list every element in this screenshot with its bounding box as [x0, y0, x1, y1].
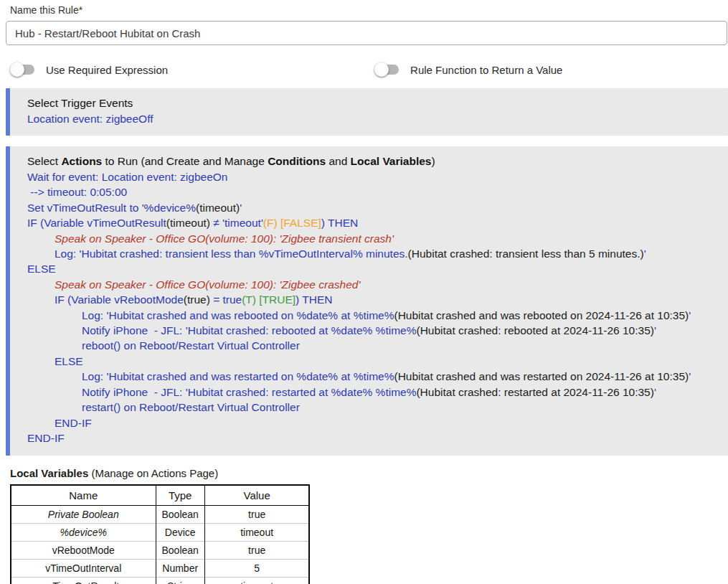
- table-cell-value: true: [204, 506, 309, 524]
- table-row: vRebootModeBooleantrue: [11, 542, 309, 560]
- rule-name-label: Name this Rule*: [10, 4, 728, 16]
- local-variables-heading-rest: (Manage on Actions Page): [88, 467, 218, 479]
- text-segment: (F) [FALSE]: [263, 217, 321, 229]
- text-segment: (Hubitat crashed: transient less than 5 …: [408, 248, 644, 260]
- table-cell-name: vTimeOutResult: [11, 578, 156, 584]
- text-segment: (true): [184, 293, 210, 306]
- text-segment: ': [689, 309, 691, 321]
- actions-list: Wait for event: Location event: zigbeeOn…: [27, 169, 712, 446]
- text-segment: ) THEN: [321, 217, 358, 229]
- action-line[interactable]: Log: 'Hubitat crashed and was rebooted o…: [27, 308, 712, 323]
- required-expression-toggle[interactable]: [10, 62, 36, 77]
- text-segment: restart() on Reboot/Restart Virtual Cont…: [82, 401, 300, 413]
- text-segment: (Hubitat crashed and was rebooted on 202…: [394, 309, 689, 321]
- text-segment: ): [431, 155, 435, 167]
- action-line[interactable]: reboot() on Reboot/Restart Virtual Contr…: [27, 338, 712, 353]
- text-segment: Speak on Speaker - Office GO(volume: 100…: [55, 232, 394, 245]
- action-line[interactable]: Speak on Speaker - Office GO(volume: 100…: [27, 231, 712, 246]
- action-line[interactable]: Log: 'Hubitat crashed and was restarted …: [27, 369, 712, 384]
- table-cell-name: %device%: [11, 524, 156, 542]
- text-segment: ELSE: [55, 355, 83, 367]
- table-cell-value: 5: [204, 560, 309, 578]
- action-line[interactable]: Set vTimeOutResult to '%device%(timeout)…: [27, 200, 712, 215]
- text-segment: Log: 'Hubitat crashed and was rebooted o…: [82, 309, 394, 321]
- action-line[interactable]: Notify iPhone - JFL: 'Hubitat crashed: r…: [27, 385, 712, 400]
- table-row: Private BooleanBooleantrue: [11, 506, 309, 524]
- text-segment: Notify iPhone - JFL: 'Hubitat crashed: r…: [82, 324, 416, 336]
- text-segment: Wait for event: Location event: zigbeeOn: [27, 171, 227, 183]
- table-cell-value: timeout: [204, 578, 309, 584]
- text-segment: Conditions: [268, 155, 326, 167]
- action-line[interactable]: ELSE: [27, 354, 712, 369]
- text-segment: and: [326, 155, 350, 167]
- action-line[interactable]: END-IF: [27, 415, 712, 430]
- actions-title: Select Actions to Run (and Create and Ma…: [27, 154, 712, 169]
- action-line[interactable]: Speak on Speaker - Office GO(volume: 100…: [27, 277, 712, 292]
- text-segment: ': [654, 386, 656, 398]
- table-cell-type: Boolean: [156, 506, 204, 524]
- table-cell-name: vTimeOutInterval: [11, 560, 156, 578]
- text-segment: ≠ 'timeout': [210, 217, 263, 229]
- text-segment: Speak on Speaker - Office GO(volume: 100…: [55, 278, 360, 291]
- text-segment: Log: 'Hubitat crashed and was restarted …: [82, 370, 394, 382]
- text-segment: (T) [TRUE]: [242, 293, 296, 306]
- table-row: vTimeOutIntervalNumber5: [11, 560, 309, 578]
- table-cell-name: Private Boolean: [11, 506, 156, 524]
- local-variables-table: NameTypeValue Private BooleanBooleantrue…: [10, 484, 310, 584]
- rule-function-label: Rule Function to Return a Value: [410, 64, 562, 76]
- actions-panel: Select Actions to Run (and Create and Ma…: [6, 146, 728, 456]
- rule-name-input[interactable]: [6, 21, 727, 45]
- text-segment: (timeout): [196, 202, 240, 214]
- action-line[interactable]: IF (Variable vTimeOutResult(timeout) ≠ '…: [27, 215, 712, 230]
- table-cell-name: vRebootMode: [11, 542, 156, 560]
- action-line[interactable]: Wait for event: Location event: zigbeeOn: [27, 169, 712, 184]
- rule-machine-page: Name this Rule* Use Required Expression …: [0, 0, 728, 584]
- text-segment: Local Variables: [351, 155, 432, 167]
- action-line[interactable]: ELSE: [27, 261, 712, 276]
- text-segment: (Hubitat crashed: rebooted at 2024-11-26…: [416, 324, 653, 336]
- text-segment: ) THEN: [296, 293, 332, 306]
- table-row: %device%Devicetimeout: [11, 524, 309, 542]
- text-segment: IF (Variable vTimeOutResult: [27, 217, 166, 229]
- required-expression-label: Use Required Expression: [46, 64, 168, 76]
- text-segment: END-IF: [55, 417, 92, 429]
- table-cell-value: timeout: [204, 524, 309, 542]
- table-row: vTimeOutResultStringtimeout: [11, 578, 309, 584]
- text-segment: Set vTimeOutResult to '%device%: [27, 202, 196, 214]
- text-segment: reboot() on Reboot/Restart Virtual Contr…: [82, 339, 300, 352]
- trigger-events-title: Select Trigger Events: [27, 95, 712, 111]
- action-line[interactable]: --> timeout: 0:05:00: [27, 184, 712, 199]
- text-segment: Log: 'Hubitat crashed: transient less th…: [55, 248, 408, 260]
- rule-function-toggle[interactable]: [374, 62, 400, 77]
- text-segment: ': [654, 324, 656, 336]
- text-segment: Select: [27, 155, 61, 167]
- text-segment: ': [689, 370, 691, 382]
- action-line[interactable]: IF (Variable vRebootMode(true) = true(T)…: [27, 292, 712, 307]
- table-header-row: NameTypeValue: [11, 485, 309, 506]
- action-line[interactable]: Log: 'Hubitat crashed: transient less th…: [27, 246, 712, 261]
- action-line[interactable]: restart() on Reboot/Restart Virtual Cont…: [27, 400, 712, 415]
- local-variables-heading: Local Variables (Manage on Actions Page): [10, 467, 728, 479]
- table-header-cell: Value: [204, 485, 309, 506]
- table-cell-type: String: [156, 578, 204, 584]
- trigger-events-list: Location event: zigbeeOff: [27, 111, 712, 127]
- action-line[interactable]: END-IF: [27, 430, 712, 446]
- text-segment: = true: [210, 293, 242, 306]
- text-segment: ELSE: [27, 263, 56, 275]
- text-segment: (timeout): [166, 217, 210, 229]
- trigger-event-link[interactable]: Location event: zigbeeOff: [27, 111, 712, 127]
- trigger-events-panel: Select Trigger Events Location event: zi…: [6, 88, 728, 136]
- text-segment: ': [644, 248, 646, 260]
- action-line[interactable]: Notify iPhone - JFL: 'Hubitat crashed: r…: [27, 323, 712, 338]
- text-segment: to Run (and Create and Manage: [102, 155, 268, 167]
- text-segment: ': [240, 202, 242, 214]
- text-segment: (Hubitat crashed and was restarted on 20…: [394, 370, 689, 382]
- text-segment: Actions: [61, 155, 102, 167]
- text-segment: IF (Variable vRebootMode: [55, 293, 184, 306]
- table-cell-type: Number: [156, 560, 204, 578]
- toggle-thumb: [374, 62, 389, 77]
- text-segment: --> timeout: 0:05:00: [27, 186, 127, 198]
- table-header-cell: Type: [156, 485, 204, 506]
- text-segment: END-IF: [27, 432, 65, 444]
- table-cell-type: Boolean: [156, 542, 204, 560]
